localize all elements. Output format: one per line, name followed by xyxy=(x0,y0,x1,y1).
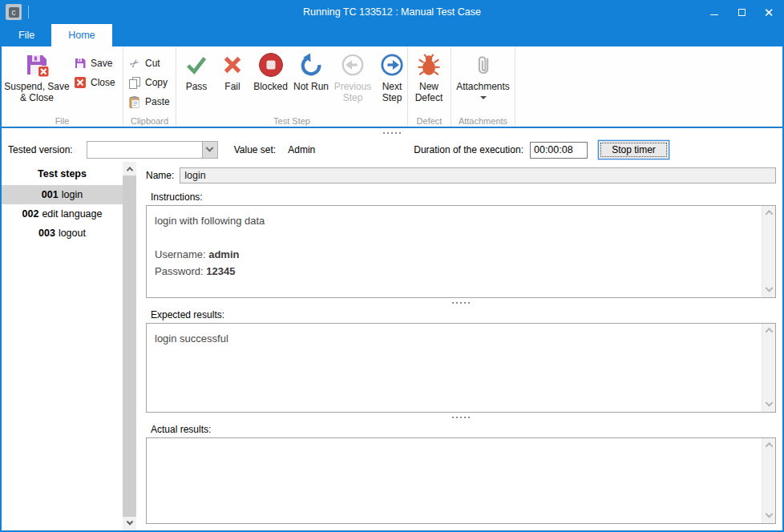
expected-results-box[interactable]: login successful xyxy=(146,323,776,413)
not-run-button[interactable]: Not Run xyxy=(291,50,331,114)
app-icon[interactable]: c xyxy=(6,4,22,20)
step-label: logout xyxy=(59,228,86,239)
expected-results-label: Expected results: xyxy=(151,309,776,320)
ribbon-group-defect: New Defect Defect xyxy=(408,46,451,127)
titlebar: c Running TC 133512 : Manual Test Case ✕ xyxy=(2,0,782,24)
actual-results-content xyxy=(147,438,762,523)
scroll-down-button[interactable] xyxy=(123,517,136,530)
actual-scrollbar[interactable] xyxy=(762,438,775,523)
maximize-button[interactable] xyxy=(728,0,755,24)
paste-icon xyxy=(127,95,141,109)
group-label-defect: Defect xyxy=(408,116,451,126)
splitter-handle[interactable] xyxy=(452,417,470,418)
attachments-button[interactable]: Attachments xyxy=(453,50,513,114)
blocked-button[interactable]: Blocked xyxy=(250,50,291,114)
scroll-down-icon xyxy=(765,399,773,407)
paste-button[interactable]: Paste xyxy=(125,92,172,111)
password-value: 12345 xyxy=(206,265,235,277)
ribbon-group-file: Suspend, Save & Close Save xyxy=(2,46,123,127)
previous-step-button[interactable]: Previous Step xyxy=(331,50,374,114)
copy-icon xyxy=(127,76,141,90)
next-step-button[interactable]: Next Step xyxy=(374,50,410,114)
instructions-box[interactable]: login with following data Username: admi… xyxy=(146,205,776,298)
pass-label: Pass xyxy=(186,81,208,92)
expected-splitter xyxy=(146,413,776,422)
combo-dropdown-button[interactable] xyxy=(202,142,217,158)
combo-chevron-icon xyxy=(206,143,214,151)
attachments-icon xyxy=(471,52,496,78)
duration-input[interactable] xyxy=(530,142,588,159)
value-set-label: Value set: xyxy=(234,144,276,155)
tab-file[interactable]: File xyxy=(2,24,51,46)
splitter-handle[interactable] xyxy=(452,302,470,304)
suspend-save-close-button[interactable]: Suspend, Save & Close xyxy=(3,50,71,114)
password-label: Password: xyxy=(155,265,206,277)
cut-button[interactable]: ✂ Cut xyxy=(125,54,172,73)
instructions-scrollbar[interactable] xyxy=(762,206,775,297)
close-window-button[interactable]: ✕ xyxy=(755,0,782,24)
tab-home[interactable]: Home xyxy=(51,24,111,46)
minimize-button[interactable] xyxy=(701,0,728,24)
ribbon: Suspend, Save & Close Save xyxy=(2,46,782,128)
fail-button[interactable]: Fail xyxy=(215,50,250,114)
copy-button[interactable]: Copy xyxy=(125,73,172,92)
app-window: c Running TC 133512 : Manual Test Case ✕… xyxy=(0,0,784,532)
actual-results-box[interactable] xyxy=(146,437,776,524)
ribbon-group-attachments: Attachments Attachments xyxy=(451,46,515,127)
stop-timer-button[interactable]: Stop timer xyxy=(598,140,669,159)
titlebar-separator xyxy=(28,6,29,18)
instructions-content: login with following data Username: admi… xyxy=(147,206,762,297)
test-step-item-3[interactable]: 003logout xyxy=(2,224,123,243)
test-step-item-1[interactable]: 001login xyxy=(2,185,123,204)
instructions-line: Password: 12345 xyxy=(155,263,754,280)
ribbon-group-clipboard: ✂ Cut Copy xyxy=(123,46,176,127)
test-step-item-2[interactable]: 002edit language xyxy=(2,204,123,224)
blocked-label: Blocked xyxy=(253,81,288,92)
value-set-value: Admin xyxy=(288,144,315,155)
new-defect-icon xyxy=(416,52,442,78)
group-label-file: File xyxy=(2,116,123,126)
save-icon xyxy=(73,57,87,71)
expected-scrollbar[interactable] xyxy=(762,324,775,412)
test-steps-scrollbar[interactable] xyxy=(123,162,136,530)
suspend-save-close-icon xyxy=(24,52,50,78)
save-button[interactable]: Save xyxy=(71,54,118,73)
cut-icon: ✂ xyxy=(127,57,141,71)
close-button[interactable]: Close xyxy=(71,73,118,92)
test-steps-panel: Test steps 001login 002edit language 003… xyxy=(2,162,136,530)
previous-step-label: Previous Step xyxy=(331,81,374,103)
save-label: Save xyxy=(91,58,112,69)
scroll-up-icon xyxy=(765,328,773,336)
instructions-line: login with following data xyxy=(155,212,754,229)
window-controls: ✕ xyxy=(701,0,782,24)
next-step-icon xyxy=(379,52,405,78)
instructions-splitter xyxy=(146,298,776,308)
scroll-down-icon xyxy=(765,510,773,518)
close-label: Close xyxy=(91,77,115,88)
main-area: Test steps 001login 002edit language 003… xyxy=(2,162,782,530)
tested-version-combobox[interactable] xyxy=(87,141,218,159)
blocked-icon xyxy=(258,52,284,78)
ribbon-tab-row: File Home xyxy=(2,24,782,46)
scroll-up-icon xyxy=(765,210,773,218)
test-steps-header: Test steps xyxy=(2,162,123,185)
splitter-handle[interactable] xyxy=(383,132,401,134)
step-number: 001 xyxy=(42,189,59,200)
scrollbar-track[interactable] xyxy=(123,175,136,517)
suspend-save-close-label: Suspend, Save & Close xyxy=(3,81,71,103)
fail-icon xyxy=(220,52,245,78)
group-label-clipboard: Clipboard xyxy=(123,116,176,126)
new-defect-label: New Defect xyxy=(410,81,448,103)
name-input[interactable] xyxy=(180,167,776,183)
cut-label: Cut xyxy=(145,58,160,69)
tested-version-value xyxy=(87,142,202,158)
duration-label: Duration of the execution: xyxy=(414,144,523,155)
pass-button[interactable]: Pass xyxy=(178,50,215,114)
scroll-up-button[interactable] xyxy=(123,162,136,175)
copy-label: Copy xyxy=(145,77,168,88)
new-defect-button[interactable]: New Defect xyxy=(410,50,448,114)
test-steps-list: Test steps 001login 002edit language 003… xyxy=(2,162,123,530)
not-run-label: Not Run xyxy=(293,81,329,92)
fail-label: Fail xyxy=(224,81,240,92)
maximize-icon xyxy=(738,9,746,16)
